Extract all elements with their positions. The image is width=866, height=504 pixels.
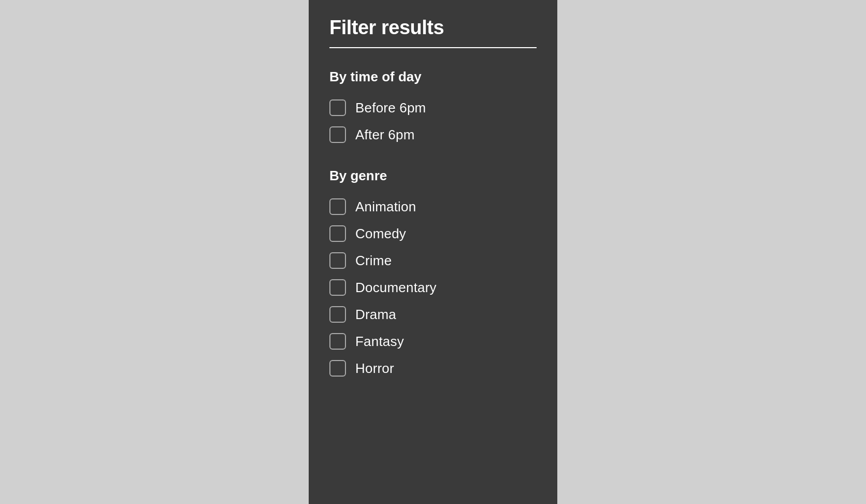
checkbox-label-crime: Crime (355, 253, 392, 269)
checkbox-item-comedy[interactable]: Comedy (329, 221, 537, 246)
custom-checkbox-before-6pm[interactable] (329, 99, 346, 116)
time-of-day-group: Before 6pm After 6pm (329, 95, 537, 147)
custom-checkbox-crime[interactable] (329, 252, 346, 269)
custom-checkbox-after-6pm[interactable] (329, 126, 346, 143)
custom-checkbox-drama[interactable] (329, 306, 346, 323)
panel-title: Filter results (329, 17, 537, 39)
section-title-genre: By genre (329, 168, 537, 184)
checkbox-item-horror[interactable]: Horror (329, 356, 537, 381)
checkbox-label-drama: Drama (355, 307, 396, 323)
checkbox-item-fantasy[interactable]: Fantasy (329, 329, 537, 354)
checkbox-label-after-6pm: After 6pm (355, 127, 415, 143)
custom-checkbox-fantasy[interactable] (329, 333, 346, 350)
checkbox-label-comedy: Comedy (355, 226, 406, 242)
custom-checkbox-animation[interactable] (329, 198, 346, 215)
checkbox-label-animation: Animation (355, 199, 416, 215)
filter-panel: Filter results By time of day Before 6pm… (309, 0, 557, 504)
checkbox-item-drama[interactable]: Drama (329, 302, 537, 327)
genre-group: Animation Comedy Crime Documentary Drama… (329, 194, 537, 381)
checkbox-item-after-6pm[interactable]: After 6pm (329, 122, 537, 147)
checkbox-label-documentary: Documentary (355, 280, 437, 296)
checkbox-label-horror: Horror (355, 361, 394, 377)
title-divider (329, 47, 537, 48)
checkbox-item-before-6pm[interactable]: Before 6pm (329, 95, 537, 120)
section-title-time: By time of day (329, 69, 537, 85)
checkbox-item-animation[interactable]: Animation (329, 194, 537, 219)
custom-checkbox-documentary[interactable] (329, 279, 346, 296)
checkbox-label-fantasy: Fantasy (355, 334, 404, 350)
checkbox-item-crime[interactable]: Crime (329, 248, 537, 273)
custom-checkbox-comedy[interactable] (329, 225, 346, 242)
custom-checkbox-horror[interactable] (329, 360, 346, 377)
checkbox-label-before-6pm: Before 6pm (355, 100, 426, 116)
checkbox-item-documentary[interactable]: Documentary (329, 275, 537, 300)
